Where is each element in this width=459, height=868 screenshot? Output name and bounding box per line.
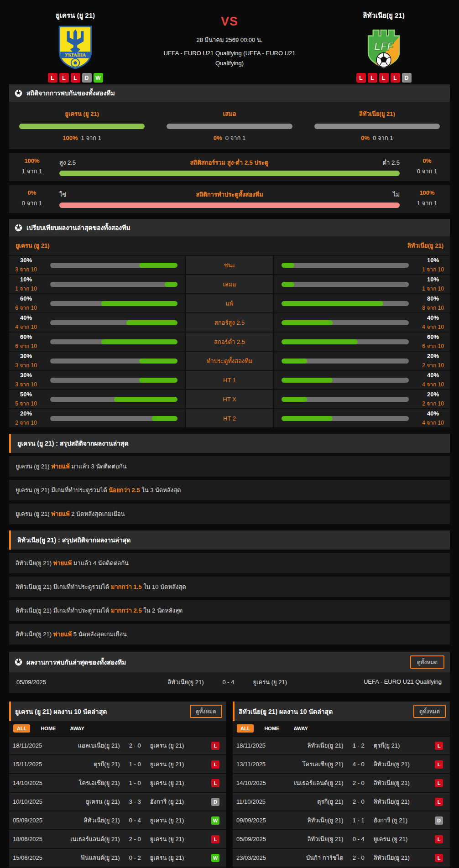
table-filter-tab[interactable]: HOME	[37, 724, 59, 733]
h2h-column-percent: 100%	[63, 135, 78, 141]
match-row[interactable]: 14/10/2025 โครเอเชีย(ยู 21) 1 - 0 ยูเครน…	[9, 773, 226, 792]
away-last10-view-all-button[interactable]: ดูทั้งหมด	[413, 705, 446, 718]
match-row[interactable]: 15/11/2025 ตุรกี(ยู 21) 1 - 0 ยูเครน (ยู…	[9, 754, 226, 773]
table-filter-tab[interactable]: AWAY	[290, 724, 311, 733]
h2h-stats-title-bar: สถิติจากการพบกันของทั้งสองทีม	[9, 84, 450, 102]
match-date: 15/06/2025	[13, 854, 54, 861]
compare-row: 30% 3 จาก 10 ทำประตูทั้งสองทีม 20% 2 จาก…	[9, 351, 450, 370]
match-row[interactable]: 09/09/2025 ลิทัวเนีย(ยู 21) 1 - 1 ฮังการ…	[233, 811, 450, 829]
match-date: 11/10/2025	[236, 798, 277, 805]
summary-row: ยูเครน (ยู 21) พ่ายแพ้ มาแล้ว 3 นัดติดต่…	[9, 456, 450, 477]
compare-away-stat: 20% 2 จาก 10	[416, 390, 450, 408]
match-result-badge: L	[435, 779, 443, 787]
h2h-stat-column: ลิทัวเนีย(ยู 21) 0%0 จาก 1	[314, 109, 440, 143]
table-filter-tab[interactable]: ALL	[237, 724, 254, 733]
match-row[interactable]: 11/10/2025 ตุรกี(ยู 21) 2 - 0 ลิทัวเนีย(…	[233, 792, 450, 811]
compare-away-stat: 10% 1 จาก 10	[416, 275, 450, 293]
match-away-team: ยูเครน (ยู 21)	[370, 835, 432, 843]
match-row[interactable]: 18/06/2025 เนเธอร์แลนด์(ยู 21) 2 - 0 ยูเ…	[9, 829, 226, 848]
match-date: 05/09/2025	[13, 817, 54, 824]
match-score: 2 - 0	[347, 780, 370, 786]
match-result-badge: L	[435, 854, 443, 862]
match-row[interactable]: 10/10/2025 ยูเครน (ยู 21) 3 - 3 ฮังการี …	[9, 792, 226, 811]
match-row[interactable]: 18/11/2025 แอลเบเนีย(ยู 21) 2 - 0 ยูเครน…	[9, 736, 226, 754]
match-row[interactable]: 15/06/2025 ฟินแลนด์(ยู 21) 0 - 2 ยูเครน …	[9, 848, 226, 867]
match-away-team: ลิทัวเนีย(ยู 21)	[370, 798, 432, 806]
competition-name: UEFA - EURO U21 Qualifying (UEFA - EURO …	[154, 48, 305, 68]
match-home-team: ตุรกี(ยู 21)	[277, 798, 347, 806]
h2h-recent-title-bar: ผลงานการพบกันล่าสุดของทั้งสองทีม ดูทั้งห…	[9, 652, 450, 672]
match-row[interactable]: 05/09/2025 ลิทัวเนีย(ยู 21) 0 - 4 ยูเครน…	[9, 811, 226, 829]
table-filter-tab[interactable]: HOME	[261, 724, 283, 733]
last10-tables: ยูเครน (ยู 21) ผลงาน 10 นัดล่าสุด ดูทั้ง…	[9, 702, 450, 868]
match-date: 05/09/2025	[236, 836, 277, 842]
compare-title-bar: เปรียบเทียบผลงานล่าสุดของทั้งสองทีม	[9, 219, 450, 236]
btts-section: 0% 0 จาก 1 ใช่ สถิติการทำประตูทั้งสองทีม…	[9, 185, 450, 213]
match-result-badge: L	[435, 760, 443, 769]
compare-home-barcell	[43, 275, 185, 293]
compare-away-percent: 60%	[416, 333, 450, 340]
compare-away-stat: 10% 1 จาก 10	[416, 256, 450, 274]
match-away-team: ยูเครน (ยู 21)	[147, 760, 208, 769]
match-away-team: ลิทัวเนีย(ยู 21)	[370, 760, 432, 769]
btts-yes-label: ใช่	[59, 190, 66, 199]
compare-home-bar-fill	[139, 378, 177, 383]
match-row[interactable]: 23/03/2025 บันก้า การ์ชได 2 - 0 ลิทัวเนี…	[233, 848, 450, 867]
compare-home-barcell	[43, 256, 185, 274]
match-date: 13/11/2025	[236, 761, 277, 768]
over-under-bar-green	[59, 171, 400, 176]
form-badge: L	[391, 73, 400, 83]
btts-no-label: ไม่	[393, 190, 400, 199]
compare-home-barcell	[43, 333, 185, 351]
compare-home-count: 2 จาก 10	[9, 418, 43, 427]
match-result-cell: L	[432, 779, 446, 787]
compare-away-barcell	[274, 294, 416, 312]
h2h-view-all-button[interactable]: ดูทั้งหมด	[410, 655, 444, 669]
h2h-match-row[interactable]: 05/09/2025 ลิทัวเนีย(ยู 21) 0 - 4 ยูเครน…	[9, 672, 450, 693]
home-last10-view-all-button[interactable]: ดูทั้งหมด	[190, 705, 222, 718]
match-row[interactable]: 14/10/2025 เนเธอร์แลนด์(ยู 21) 2 - 0 ลิท…	[233, 773, 450, 792]
over-under-away-count: 0 จาก 1	[412, 166, 442, 176]
compare-home-percent: 50%	[9, 391, 43, 398]
compare-away-count: 2 จาก 10	[416, 361, 450, 369]
h2h-recent-title: ผลงานการพบกันล่าสุดของทั้งสองทีม	[26, 657, 126, 667]
over-label: สูง 2.5	[59, 158, 76, 167]
summary-row: ลิทัวเนีย(ยู 21) มีเกมที่ทำประตูรวมได้ ม…	[9, 577, 450, 597]
compare-home-percent: 30%	[9, 257, 43, 264]
summary-text-post: ใน 2 นัดหลังสุด	[142, 607, 183, 614]
compare-away-bar-fill	[282, 320, 333, 325]
h2h-column-count: 0 จาก 1	[225, 135, 245, 141]
compare-away-barcell	[274, 390, 416, 408]
match-home-team: ยูเครน (ยู 21)	[54, 798, 123, 806]
over-under-section: 100% 1 จาก 1 สูง 2.5 สถิติสกอร์รวม สูง-ต…	[9, 153, 450, 181]
table-filter-tab[interactable]: ALL	[13, 724, 30, 733]
compare-home-count: 6 จาก 10	[9, 303, 43, 312]
match-preview-page: ยูเครน (ยู 21) УКРАЇНА LLLDW VS 28 มีนาค…	[0, 0, 459, 868]
h2h-stat-column: ยูเครน (ยู 21) 100%1 จาก 1	[19, 109, 145, 143]
compare-title: เปรียบเทียบผลงานล่าสุดของทั้งสองทีม	[26, 223, 130, 233]
compare-away-count: 1 จาก 10	[416, 265, 450, 274]
compare-home-count: 3 จาก 10	[9, 380, 43, 389]
match-away-team: ยูเครน (ยู 21)	[147, 835, 208, 843]
home-summary-title: ยูเครน (ยู 21) : สรุปสถิติจากผลงานล่าสุด	[9, 434, 450, 453]
compare-rows: 30% 3 จาก 10 ชนะ 10% 1 จาก 10 10% 1 จาก …	[9, 255, 450, 427]
match-row[interactable]: 18/11/2025 ลิทัวเนีย(ยู 21) 1 - 2 ตุรกี(…	[233, 736, 450, 754]
compare-home-bar-fill	[139, 263, 177, 268]
match-row[interactable]: 05/09/2025 ลิทัวเนีย(ยู 21) 0 - 4 ยูเครน…	[233, 829, 450, 848]
btts-bar	[59, 203, 400, 208]
compare-home-name: ยูเครน (ยู 21)	[16, 241, 50, 250]
compare-away-stat: 40% 4 จาก 10	[416, 409, 450, 427]
form-badge: L	[59, 73, 69, 83]
match-row[interactable]: 13/11/2025 โครเอเชีย(ยู 21) 4 - 0 ลิทัวเ…	[233, 754, 450, 773]
table-filter-tab[interactable]: AWAY	[66, 724, 88, 733]
compare-row: 60% 6 จาก 10 สกอร์ต่ำ 2.5 60% 6 จาก 10	[9, 332, 450, 351]
match-result-cell: L	[432, 835, 446, 843]
match-score: 4 - 0	[347, 761, 370, 768]
match-away-team: ฮังการี (ยู 21)	[147, 798, 208, 806]
compare-section: เปรียบเทียบผลงานล่าสุดของทั้งสองทีม ยูเค…	[9, 219, 450, 427]
compare-away-percent: 80%	[416, 295, 450, 302]
h2h-column-percent: 0%	[361, 135, 370, 141]
summary-text-highlight: มากกว่า 2.5	[111, 607, 142, 614]
match-date: 15/11/2025	[13, 761, 54, 768]
compare-home-percent: 10%	[9, 276, 43, 283]
